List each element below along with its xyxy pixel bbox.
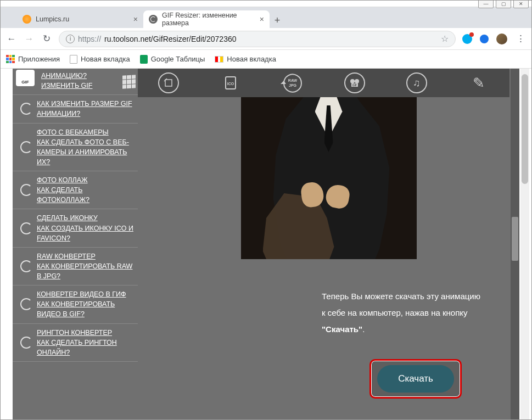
svg-rect-0 [165,80,172,86]
menu-icon[interactable]: ⋮ [515,33,526,44]
sidebar-sub: КАК СОЗДАТЬ ИКОНКУ ICO И FAVICON? [37,223,133,243]
favicon-lumpics [23,15,31,24]
tool-music-icon[interactable]: ♫ [406,72,427,93]
tab-close-icon[interactable]: × [260,15,264,24]
instruction-post: . [362,324,365,334]
svg-marker-4 [281,81,286,84]
spiral-icon [20,337,32,349]
sidebar-title: ФОТО КОЛЛАЖ [37,175,133,185]
svg-point-7 [350,79,355,83]
svg-text:ICO: ICO [227,82,234,86]
spiral-icon [20,141,32,153]
svg-text:GIF: GIF [352,83,357,87]
yandex-icon [215,56,223,63]
address-bar-row: ← → ↻ i https://ru.toolson.net/GifResize… [1,28,531,50]
sidebar-sub: КАК КОНВЕРТИРОВАТЬ RAW В JPG? [37,261,133,281]
bookmark-star-icon[interactable]: ☆ [441,33,449,44]
bookmarks-bar: Приложения Новая вкладка Google Таблицы … [1,50,531,69]
page-body: GIF АНИМАЦИЮ? ИЗМЕНИТЬ GIF КАК ИЗМЕНИТЬ … [13,69,519,420]
sidebar-item-ringtone[interactable]: РИНГТОН КОНВЕРТЕР КАК СДЕЛАТЬ РИНГТОН ОН… [13,324,138,362]
window-titlebar: — ▢ ✕ [1,1,531,7]
tab-title: GIF Resizer: изменение размера [162,12,255,27]
profile-avatar[interactable] [496,33,507,44]
spiral-icon [20,260,32,272]
page-scrollbar[interactable] [511,69,519,420]
viewport: GIF АНИМАЦИЮ? ИЗМЕНИТЬ GIF КАК ИЗМЕНИТЬ … [1,69,531,420]
window-close[interactable]: ✕ [513,0,529,8]
extension-blue-icon[interactable] [480,35,489,43]
bookmark-label: Новая вкладка [227,55,276,63]
svg-text:RAW: RAW [288,79,298,82]
sidebar-title: СДЕЛАТЬ ИКОНКУ [37,213,133,223]
main-area: Теперь Вы можете скачать эту анимацию к … [138,69,519,420]
back-button[interactable]: ← [6,33,17,44]
forward-button[interactable]: → [24,33,35,44]
download-highlight: Скачать [369,359,462,399]
sidebar-item-animation[interactable]: GIF АНИМАЦИЮ? ИЗМЕНИТЬ GIF [13,69,138,95]
sidebar-title: РИНГТОН КОНВЕРТЕР [37,328,133,338]
sidebar-title: ФОТО С ВЕБКАМЕРЫ [37,127,133,137]
tool-raw-icon[interactable]: RAWJPG [279,72,306,93]
bookmark-newtab[interactable]: Новая вкладка [70,55,130,64]
tool-videogif-icon[interactable]: GIF [344,72,365,93]
sidebar-title: RAW КОНВЕРТЕР [37,251,133,261]
extension-ghostery-icon[interactable] [462,34,472,44]
scrollbar-thumb[interactable] [512,217,518,261]
window-minimize[interactable]: — [478,0,494,8]
tab-strip: Lumpics.ru × GIF Resizer: изменение разм… [1,7,531,28]
window-maximize[interactable]: ▢ [496,0,511,8]
toolbar-icons: ⋮ [462,33,526,44]
sidebar-sub: КАК СДЕЛАТЬ РИНГТОН ОНЛАЙН? [37,338,133,357]
tool-ico-icon[interactable]: ICO [220,72,241,93]
sidebar-title: КАК ИЗМЕНИТЬ РАЗМЕР GIF АНИМАЦИИ? [37,99,133,119]
bookmark-label: Новая вкладка [81,55,130,63]
sidebar-item-webcam[interactable]: ФОТО С ВЕБКАМЕРЫ КАК СДЕЛАТЬ ФОТО С ВЕБ-… [13,124,138,172]
grid-icon [122,75,136,89]
instruction-text: Теперь Вы можете скачать эту анимацию к … [322,288,481,338]
spiral-icon [20,103,32,115]
gif-badge-icon: GIF [16,70,35,86]
instruction-bold: "Скачать" [322,324,362,334]
bookmark-newtab2[interactable]: Новая вкладка [215,55,276,63]
new-tab-button[interactable]: + [270,13,285,28]
url-scheme: https:// [78,35,101,43]
spiral-icon [20,222,32,234]
spiral-icon [20,298,32,310]
sheets-icon [140,55,148,64]
apps-icon [6,55,15,64]
svg-point-8 [355,79,359,83]
svg-text:JPG: JPG [289,83,297,87]
sidebar-title: КОНВЕРТЕР ВИДЕО В ГИФ [37,289,133,299]
spiral-icon [20,184,32,196]
bookmark-label: Приложения [18,55,60,63]
tool-pencil-icon[interactable]: ✎ [473,75,485,92]
tab-title: Lumpics.ru [36,15,69,23]
gif-preview [241,97,417,259]
bookmark-sheets[interactable]: Google Таблицы [140,55,205,64]
sidebar-sub: КАК СДЕЛАТЬ ФОТО С ВЕБ-КАМЕРЫ И АНИМИРОВ… [37,137,133,167]
bookmark-label: Google Таблицы [151,55,205,63]
bookmark-apps[interactable]: Приложения [6,55,60,64]
browser-scrollbar[interactable] [520,69,529,419]
tab-lumpics[interactable]: Lumpics.ru × [17,10,143,28]
sidebar-item-resize[interactable]: КАК ИЗМЕНИТЬ РАЗМЕР GIF АНИМАЦИИ? [13,95,138,123]
sidebar-title: АНИМАЦИЮ? [41,71,133,81]
tab-close-icon[interactable]: × [133,15,138,24]
scrollbar-thumb[interactable] [522,74,528,184]
site-info-icon[interactable]: i [66,35,75,43]
instruction-pre: Теперь Вы можете скачать эту анимацию к … [322,292,480,317]
sidebar-item-raw[interactable]: RAW КОНВЕРТЕР КАК КОНВЕРТИРОВАТЬ RAW В J… [13,248,138,285]
sidebar-item-collage[interactable]: ФОТО КОЛЛАЖ КАК СДЕЛАТЬ ФОТОКОЛЛАЖ? [13,171,138,209]
sidebar-item-video[interactable]: КОНВЕРТЕР ВИДЕО В ГИФ КАК КОНВЕРТИРОВАТЬ… [13,285,138,323]
tool-crop-icon[interactable] [158,72,179,93]
reload-button[interactable]: ↻ [41,33,52,44]
download-button[interactable]: Скачать [377,365,454,393]
url-path: ru.toolson.net/GifResizer/Edit/2072360 [104,35,236,43]
omnibox[interactable]: i https://ru.toolson.net/GifResizer/Edit… [59,31,456,47]
sidebar: GIF АНИМАЦИЮ? ИЗМЕНИТЬ GIF КАК ИЗМЕНИТЬ … [13,69,138,420]
sidebar-sub: КАК СДЕЛАТЬ ФОТОКОЛЛАЖ? [37,185,133,205]
favicon-toolson [149,15,158,24]
sidebar-sub: КАК КОНВЕРТИРОВАТЬ ВИДЕО В GIF? [37,299,133,319]
tab-gifresizer[interactable]: GIF Resizer: изменение размера × [143,10,270,28]
sidebar-item-icon[interactable]: СДЕЛАТЬ ИКОНКУ КАК СОЗДАТЬ ИКОНКУ ICO И … [13,209,138,247]
